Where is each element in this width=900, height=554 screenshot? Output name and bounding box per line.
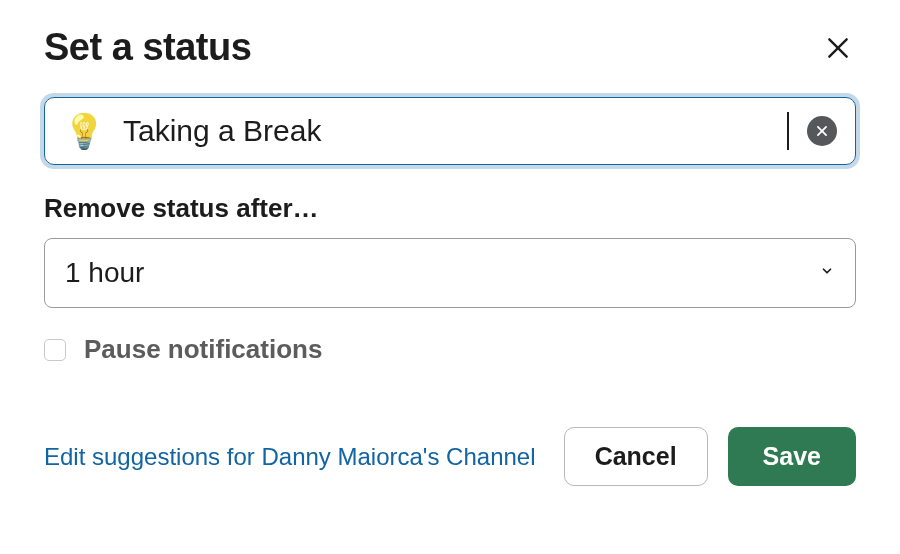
pause-notifications-label: Pause notifications xyxy=(84,334,322,365)
remove-after-selected-value: 1 hour xyxy=(65,257,144,289)
cancel-button[interactable]: Cancel xyxy=(564,427,708,486)
remove-after-select[interactable]: 1 hour xyxy=(44,238,856,308)
remove-after-select-wrap: 1 hour xyxy=(44,238,856,308)
pause-notifications-row: Pause notifications xyxy=(44,334,856,365)
dialog-header: Set a status xyxy=(44,26,856,69)
close-icon xyxy=(825,35,851,61)
pause-notifications-checkbox[interactable] xyxy=(44,339,66,361)
status-text-input[interactable] xyxy=(123,112,789,150)
status-input-container[interactable]: 💡 xyxy=(44,97,856,165)
remove-after-label: Remove status after… xyxy=(44,193,856,224)
lightbulb-icon[interactable]: 💡 xyxy=(63,114,105,148)
set-status-dialog: Set a status 💡 Remove status after… 1 ho… xyxy=(0,0,900,516)
x-icon xyxy=(815,124,829,138)
dialog-title: Set a status xyxy=(44,26,251,69)
footer-buttons: Cancel Save xyxy=(564,427,856,486)
clear-status-button[interactable] xyxy=(807,116,837,146)
save-button[interactable]: Save xyxy=(728,427,856,486)
close-button[interactable] xyxy=(820,30,856,66)
edit-suggestions-link[interactable]: Edit suggestions for Danny Maiorca's Cha… xyxy=(44,443,536,471)
dialog-footer: Edit suggestions for Danny Maiorca's Cha… xyxy=(44,427,856,486)
